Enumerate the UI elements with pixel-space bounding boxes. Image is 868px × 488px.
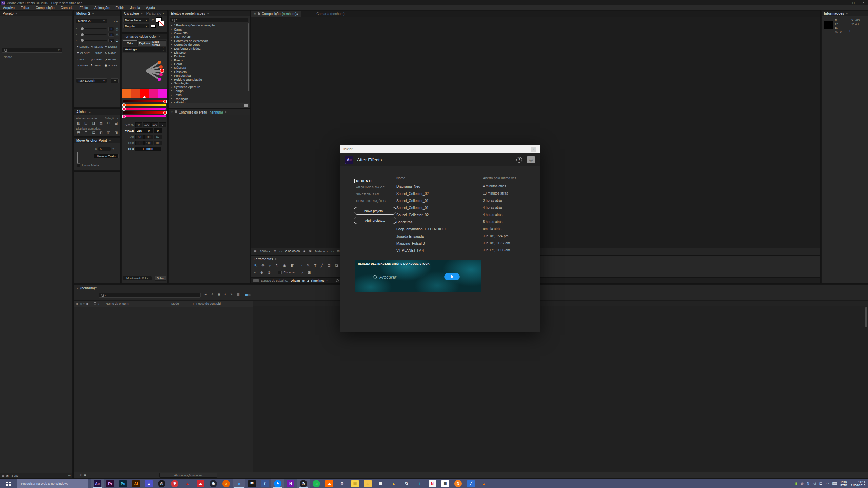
mask-visibility-icon[interactable]: ▭ — [279, 250, 282, 253]
dialog-close-button[interactable]: ✕ — [531, 147, 536, 152]
recent-opened-column[interactable]: Aberto pela última vez — [483, 176, 516, 180]
mail[interactable]: ✉ — [245, 479, 258, 488]
expand-arrow-icon[interactable]: ► — [171, 55, 173, 57]
expand-arrow-icon[interactable]: ► — [171, 40, 173, 42]
auto-keyframe-icon[interactable]: ♦ — [224, 293, 226, 296]
region-of-interest-icon[interactable]: ▭ — [331, 250, 334, 253]
expand-arrow-icon[interactable]: ► — [171, 63, 173, 65]
rotation-tool[interactable]: ↻ — [276, 263, 279, 268]
motion-tool-button[interactable]: ≋ BLEND — [91, 45, 104, 48]
distribute-center-h-icon[interactable]: ◫ — [105, 131, 112, 135]
keyboard-icon[interactable]: ⌨ — [832, 482, 837, 485]
close-button[interactable]: ✕ — [859, 1, 868, 4]
expand-arrow-icon[interactable]: ► — [171, 28, 173, 30]
audio-column-icon[interactable]: ◁ — [80, 302, 82, 305]
label-column-icon[interactable]: ❐ — [94, 301, 96, 307]
align-bottom-icon[interactable]: ⬓ — [113, 121, 119, 125]
slider-knob[interactable] — [122, 115, 126, 118]
motion-tool-button[interactable]: ◎ ORBIT — [91, 58, 104, 61]
magnification-dropdown[interactable]: 100% ▼ — [260, 250, 271, 253]
slider-knob[interactable] — [163, 111, 167, 115]
edge[interactable]: e — [233, 479, 245, 488]
expand-arrow-icon[interactable]: ► — [171, 75, 173, 77]
expand-arrow-icon[interactable]: ► — [171, 78, 173, 80]
expand-arrow-icon[interactable]: ► — [171, 36, 173, 38]
parent-column[interactable]: Pai — [216, 301, 221, 307]
recent-name-column[interactable]: Nome — [396, 176, 483, 180]
adobe-stock-banner[interactable]: RECEBA DEZ IMAGENS GRÁTIS DO ADOBE STOCK… — [355, 260, 481, 292]
illustrator[interactable]: Ai — [130, 479, 142, 488]
menu-item[interactable]: Efeito — [76, 6, 91, 10]
sidebar-item[interactable]: CONFIGURAÇÕES — [354, 198, 386, 204]
expand-arrow-icon[interactable]: ► — [171, 86, 173, 88]
lab-a-value[interactable]: 80 — [144, 135, 153, 139]
cmyk-c-value[interactable]: 0 — [135, 122, 142, 127]
taskbar-search-box[interactable]: Pesquisar na Web e no Windows — [17, 479, 88, 488]
color-swatch[interactable] — [149, 89, 158, 98]
steam[interactable]: ◉ — [207, 479, 220, 488]
slider-track[interactable] — [80, 34, 107, 35]
grid-options-icon[interactable]: ▦ — [254, 250, 257, 253]
graph-editor-icon[interactable]: ∿ — [230, 293, 233, 296]
motion-tool-button[interactable]: ⌒ JUMP — [91, 51, 104, 55]
slider-knob[interactable] — [163, 100, 167, 103]
expand-arrow-icon[interactable]: ► — [171, 67, 173, 69]
view-axis-tool[interactable]: ⊗ — [268, 271, 270, 274]
hand-tool[interactable]: ✥ — [261, 263, 264, 268]
font-style-dropdown[interactable]: Regular ▼ — [123, 24, 149, 28]
menu-item[interactable]: Ajuda — [143, 6, 158, 10]
world-axis-tool[interactable]: ⊕ — [260, 271, 263, 274]
project-panel-tab[interactable]: Projeto ≡ — [0, 11, 72, 16]
distribute-bottom-icon[interactable]: ⬓ — [90, 131, 97, 135]
current-time-display[interactable]: 0:00:00:00 — [285, 250, 300, 253]
effects-category-row[interactable]: ► Desfoque e nitidez — [169, 46, 247, 50]
cmyk-k-value[interactable]: 0 — [159, 122, 166, 127]
expand-arrow-icon[interactable]: ► — [171, 59, 173, 61]
start-button[interactable] — [0, 479, 17, 488]
motion-tool-button[interactable]: ⊡ CLONE — [77, 51, 91, 55]
panel-menu-icon[interactable]: ≡ — [296, 12, 298, 16]
effect-controls-tab[interactable]: ✕ Controles do efeito (nenhum) ≡ — [169, 109, 250, 115]
new-project-button[interactable]: Novo projeto... — [354, 207, 396, 215]
panel-menu-icon[interactable]: ≡ — [89, 110, 91, 114]
photoshop[interactable]: Ps — [117, 479, 130, 488]
anchor-x-input[interactable]: .5 — [98, 147, 111, 151]
effects-panel-tab[interactable]: Efeitos e predefinições ≡ — [169, 11, 250, 16]
move-anchor-panel-tab[interactable]: Move Anchor Point ≡ — [74, 138, 120, 143]
firefox[interactable]: ◕ — [220, 479, 233, 488]
lock-icon[interactable] — [258, 13, 260, 15]
recent-file-row[interactable]: Loop_anymotion_EXTENDIDO um dia atrás — [396, 225, 532, 232]
expand-arrow-icon[interactable]: ► — [171, 47, 173, 49]
project-search-input[interactable]: ❐ — [2, 48, 62, 53]
facebook[interactable]: f — [258, 479, 271, 488]
motion-tool-button[interactable]: ◉ STARE — [105, 64, 119, 67]
onenote[interactable]: N — [284, 479, 297, 488]
clock[interactable]: 14:14 21/06/2016 — [851, 480, 865, 487]
project-list-view-icon[interactable]: ▣ — [6, 474, 9, 477]
expand-arrow-icon[interactable]: ► — [171, 82, 173, 84]
project-color-depth[interactable]: 8 bpc — [11, 474, 18, 477]
notification-icon[interactable]: ▭ — [826, 482, 829, 485]
stroke-color-swatch[interactable] — [158, 21, 164, 26]
pen-tool[interactable]: ✎ — [307, 263, 310, 268]
minimize-button[interactable]: — — [837, 1, 848, 4]
move-to-custom-button[interactable]: Move to Custo — [94, 154, 119, 158]
effects-category-row[interactable]: ► Ruído e granulação — [169, 77, 247, 81]
cmyk-m-value[interactable]: 100 — [143, 122, 150, 127]
sidebar-item[interactable]: ARQUIVOS DA CC — [354, 184, 386, 191]
expand-arrow-icon[interactable]: ► — [171, 70, 173, 73]
menu-item[interactable]: Composição — [33, 6, 58, 10]
sidebar-item[interactable]: RECENTE — [354, 177, 386, 184]
lock-column-icon[interactable]: ▣ — [86, 302, 89, 305]
language-indicator[interactable]: POR PTB2 — [840, 480, 847, 487]
ignore-masks-checkbox[interactable] — [77, 163, 80, 167]
workspace-dropdown[interactable]: Dhyan_4K_2_Timelines ▼ — [291, 279, 328, 282]
composition-tab[interactable]: ✕ Composição (nenhum) ≡ — [251, 11, 301, 17]
color-swatch[interactable] — [122, 89, 131, 98]
hex-value[interactable]: FF0000 — [135, 147, 161, 151]
expand-arrow-icon[interactable]: ► — [171, 44, 173, 46]
align-right-icon[interactable]: ◨ — [90, 121, 97, 125]
red-petal-app[interactable]: ✱ — [168, 479, 181, 488]
panel-menu-icon[interactable]: ≡ — [159, 35, 160, 38]
hsb-b-value[interactable]: 100 — [154, 141, 162, 145]
